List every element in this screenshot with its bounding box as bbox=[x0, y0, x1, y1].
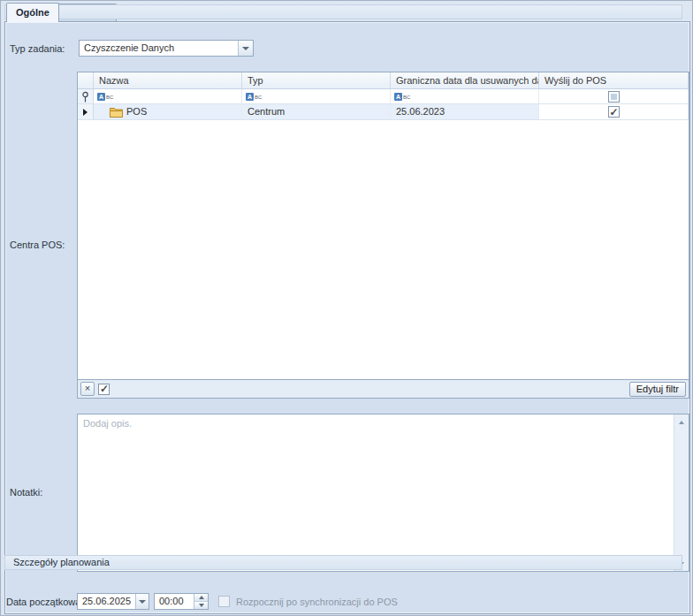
close-filter-button[interactable]: × bbox=[80, 382, 95, 396]
filter-cell-graniczna-data[interactable]: ABC bbox=[391, 89, 539, 103]
folder-icon bbox=[110, 107, 123, 118]
centra-pos-grid: Nazwa Typ Graniczna data dla usuwanych d… bbox=[77, 72, 689, 399]
task-window: Ogólne Realizacja Zadanie Typ zadania: C… bbox=[0, 0, 693, 616]
notatki-placeholder: Dodaj opis. bbox=[83, 418, 132, 429]
cell-typ[interactable]: Centrum bbox=[242, 104, 391, 119]
typ-zadania-label: Typ zadania: bbox=[10, 43, 65, 54]
filter-enabled-checkbox[interactable] bbox=[98, 384, 110, 395]
cell-graniczna-data[interactable]: 25.06.2023 bbox=[391, 104, 539, 119]
spinner-down-button[interactable] bbox=[194, 602, 208, 609]
filter-cell-wyslij-do-pos[interactable] bbox=[539, 89, 689, 103]
time-spinner[interactable] bbox=[194, 594, 208, 609]
column-header-typ[interactable]: Typ bbox=[242, 72, 391, 88]
sync-checkbox[interactable] bbox=[218, 596, 230, 607]
grid-empty-area bbox=[78, 120, 689, 379]
table-row[interactable]: POS Centrum 25.06.2023 bbox=[78, 104, 689, 120]
grid-header-row: Nazwa Typ Graniczna data dla usuwanych d… bbox=[78, 72, 689, 89]
czas-value: 00:00 bbox=[155, 594, 194, 609]
notatki-label: Notatki: bbox=[10, 487, 42, 498]
cell-nazwa[interactable]: POS bbox=[94, 104, 242, 119]
chevron-down-icon bbox=[242, 47, 249, 50]
pin-icon bbox=[81, 91, 89, 103]
scroll-up-button[interactable] bbox=[674, 414, 689, 430]
filter-type-abc-icon[interactable]: ABC bbox=[97, 93, 113, 101]
column-header-nazwa[interactable]: Nazwa bbox=[94, 72, 242, 88]
column-header-graniczna-data[interactable]: Graniczna data dla usuwanych dan... bbox=[391, 72, 539, 88]
cell-wyslij-do-pos[interactable] bbox=[539, 104, 689, 119]
scroll-up-icon bbox=[679, 421, 684, 424]
chevron-down-icon bbox=[139, 600, 146, 604]
row-indicator bbox=[78, 104, 94, 119]
spinner-up-button[interactable] bbox=[194, 594, 208, 602]
typ-zadania-combobox[interactable]: Czyszczenie Danych bbox=[79, 40, 254, 57]
memo-vertical-scrollbar[interactable] bbox=[674, 414, 689, 571]
sync-checkbox-label: Rozpocznij po synchronizacji do POS bbox=[236, 597, 398, 607]
notatki-textarea[interactable]: Dodaj opis. bbox=[77, 414, 689, 572]
filter-row-indicator bbox=[78, 89, 94, 103]
tab-ogolne[interactable]: Ogólne bbox=[6, 3, 59, 22]
section-header-zadanie: Zadanie bbox=[4, 4, 682, 19]
edit-filter-button[interactable]: Edytuj filtr bbox=[629, 382, 686, 397]
filter-checkbox-wyslij-do-pos[interactable] bbox=[608, 91, 620, 103]
row-checkbox-wyslij-do-pos[interactable] bbox=[608, 106, 620, 118]
czas-spinner-field[interactable]: 00:00 bbox=[154, 593, 209, 610]
data-poczatkowa-datepicker[interactable]: 25.06.2025 bbox=[77, 593, 149, 610]
spinner-down-icon bbox=[199, 604, 204, 607]
grid-corner-cell bbox=[78, 72, 94, 88]
grid-filter-row: ABC ABC ABC bbox=[78, 89, 689, 104]
data-poczatkowa-label: Data początkowa bbox=[6, 597, 80, 607]
spinner-up-icon bbox=[199, 596, 204, 599]
cell-nazwa-text: POS bbox=[126, 104, 147, 119]
section-header-szczegoly-planowania: Szczegóły planowania bbox=[4, 555, 682, 570]
filter-type-abc-icon[interactable]: ABC bbox=[246, 93, 262, 101]
typ-zadania-value: Czyszczenie Danych bbox=[80, 41, 238, 56]
filter-type-abc-icon[interactable]: ABC bbox=[394, 93, 410, 101]
typ-zadania-dropdown-button[interactable] bbox=[238, 41, 253, 56]
centra-pos-label: Centra POS: bbox=[10, 240, 65, 250]
data-poczatkowa-value: 25.06.2025 bbox=[78, 594, 135, 609]
current-row-arrow-icon bbox=[83, 109, 88, 116]
datepicker-dropdown-button[interactable] bbox=[135, 594, 148, 609]
filter-cell-typ[interactable]: ABC bbox=[242, 89, 391, 103]
filter-cell-nazwa[interactable]: ABC bbox=[94, 89, 242, 103]
column-header-wyslij-do-pos[interactable]: Wyślij do POS bbox=[539, 72, 689, 88]
grid-filter-panel: × Edytuj filtr bbox=[78, 379, 689, 398]
